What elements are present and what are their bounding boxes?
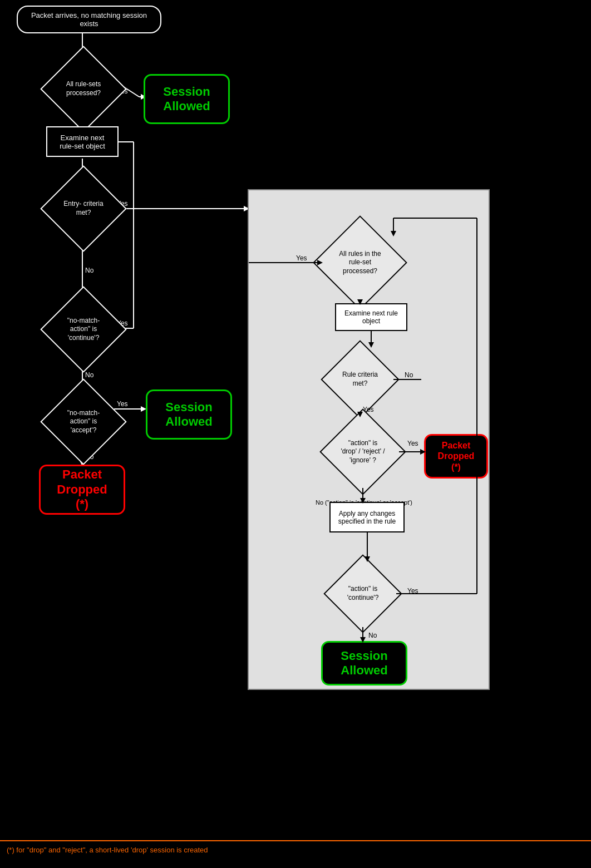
inner-diamond1-yes-label: Yes xyxy=(296,254,307,262)
packet-dropped-left-label: Packet Dropped (*) xyxy=(50,467,115,511)
inner-diamond4-no-label: No xyxy=(368,632,377,639)
packet-dropped-left: Packet Dropped (*) xyxy=(39,465,125,515)
svg-text:No: No xyxy=(85,371,94,379)
packet-dropped-right: Packet Dropped (*) xyxy=(424,434,488,479)
inner-diamond2-label: Rule criteria met? xyxy=(338,368,382,390)
left-diamond4-label: "no-match- action" is 'accept'? xyxy=(60,407,107,437)
inner-diamond3: "action" is 'drop' / 'reject' / 'ignore'… xyxy=(327,416,399,488)
left-rect1: Examine next rule-set object xyxy=(46,126,119,157)
session-allowed-inner: Session Allowed xyxy=(321,641,407,685)
svg-text:No: No xyxy=(85,267,94,274)
inner-flowchart-box: All rules in the rule-set processed? Yes… xyxy=(248,189,490,690)
left-diamond3: "no-match- action" is 'continue'? xyxy=(47,293,120,366)
left-diamond3-label: "no-match- action" is 'continue'? xyxy=(60,314,107,345)
left-diamond1: All rule-sets processed? xyxy=(47,53,120,125)
left-diamond2: Entry- criteria met? xyxy=(47,172,120,245)
inner-rect2: Apply any changes specified in the rule xyxy=(329,502,405,532)
left-diamond2-label: Entry- criteria met? xyxy=(60,198,107,219)
left-diamond1-label: All rule-sets processed? xyxy=(60,78,107,100)
inner-diamond2: Rule criteria met? xyxy=(327,346,393,413)
inner-diamond4: "action" is 'continue'? xyxy=(329,560,396,627)
inner-diamond4-yes-label: Yes xyxy=(407,587,418,595)
inner-diamond3-yes-label: Yes xyxy=(407,440,418,447)
session-allowed-2-label: Session Allowed xyxy=(156,400,221,430)
left-rect1-label: Examine next rule-set object xyxy=(54,134,111,150)
flowchart: Yes No Yes No Yes No Yes No xyxy=(0,0,591,840)
inner-diamond1-label: All rules in the rule-set processed? xyxy=(334,248,387,278)
inner-rect1: Examine next rule object xyxy=(335,303,407,331)
inner-rect2-label: Apply any changes specified in the rule xyxy=(336,510,398,525)
footer: (*) for "drop" and "reject", a short-liv… xyxy=(0,840,591,850)
session-allowed-2: Session Allowed xyxy=(146,389,232,440)
packet-dropped-right-label: Packet Dropped (*) xyxy=(435,440,477,472)
start-node: Packet arrives, no matching session exis… xyxy=(17,6,161,33)
session-allowed-1-label: Session Allowed xyxy=(154,85,219,114)
session-allowed-1: Session Allowed xyxy=(144,74,230,124)
inner-diamond4-label: "action" is 'continue'? xyxy=(341,583,385,604)
inner-diamond2-no-label: No xyxy=(405,371,413,379)
inner-rect1-label: Examine next rule object xyxy=(342,309,401,325)
footer-label: (*) for "drop" and "reject", a short-liv… xyxy=(7,846,208,854)
inner-diamond1: All rules in the rule-set processed? xyxy=(321,224,399,302)
left-diamond4: "no-match- action" is 'accept'? xyxy=(47,386,120,458)
session-allowed-inner-label: Session Allowed xyxy=(332,649,397,678)
inner-diamond3-label: "action" is 'drop' / 'reject' / 'ignore'… xyxy=(338,437,388,467)
start-node-label: Packet arrives, no matching session exis… xyxy=(24,11,154,28)
